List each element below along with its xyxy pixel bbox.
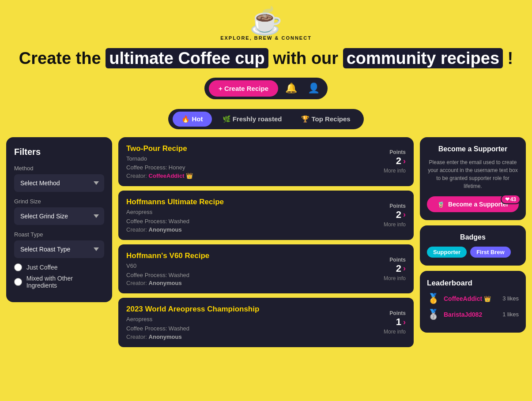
filter-just-coffee-radio[interactable] bbox=[14, 263, 22, 271]
tab-freshly-roasted[interactable]: 🌿 Freshly roasted bbox=[214, 112, 291, 127]
supporter-button-icon: 🧋 bbox=[437, 201, 445, 208]
recipe-0-points-num: 2 bbox=[396, 155, 401, 167]
hero-highlight1: ultimate Coffee cup bbox=[106, 48, 268, 68]
recipe-card-1-left: Hoffmanns Ultimate Recipe Aeropress Coff… bbox=[126, 198, 370, 233]
recipe-3-creator-name: Anonymous bbox=[149, 334, 182, 340]
tab-bar: 🔥 Hot 🌿 Freshly roasted 🏆 Top Recipes bbox=[0, 109, 532, 129]
recipe-0-crown-icon: 👑 bbox=[186, 172, 193, 179]
heart-count: 43 bbox=[510, 196, 516, 202]
right-panel: Become a Supporter Please enter the emai… bbox=[420, 137, 526, 333]
supporter-card: Become a Supporter Please enter the emai… bbox=[420, 137, 526, 220]
hero-highlight2: community recipes bbox=[343, 48, 503, 68]
leaderboard-name-0: CoffeeAddict 👑 bbox=[444, 295, 498, 302]
filter-roast-select[interactable]: Select Roast Type Light Medium Dark Extr… bbox=[14, 240, 104, 258]
recipes-panel: Two-Pour Recipe Tornado Coffee Process: … bbox=[118, 137, 414, 352]
filters-panel: Filters Method Select Method Aeropress V… bbox=[6, 137, 112, 302]
leaderboard-name-1: BaristaJd082 bbox=[444, 311, 498, 318]
main-layout: Filters Method Select Method Aeropress V… bbox=[0, 137, 532, 352]
hero-suffix: ! bbox=[508, 49, 513, 67]
supporter-button-label: Become a Supporter bbox=[448, 201, 509, 208]
heart-icon: ❤ bbox=[505, 196, 509, 202]
leaderboard-likes-1: 1 likes bbox=[502, 311, 519, 318]
recipe-0-creator-name: CoffeeAddict bbox=[149, 172, 185, 179]
recipe-1-arrow-icon: › bbox=[403, 210, 406, 219]
leaderboard-crown-0: 👑 bbox=[484, 296, 491, 302]
recipe-2-points-label: Points bbox=[370, 257, 406, 263]
hero-middle: with our bbox=[273, 49, 338, 67]
recipe-0-method: Tornado bbox=[126, 154, 370, 164]
filter-mixed-item: Mixed with Other Ingredients bbox=[14, 275, 104, 289]
recipe-2-creator-name: Anonymous bbox=[149, 280, 182, 286]
recipe-2-arrow-icon: › bbox=[403, 264, 406, 273]
recipe-3-more-info[interactable]: More info bbox=[370, 329, 406, 335]
recipe-card-2-right: Points 2 › More info bbox=[370, 257, 406, 281]
filter-just-coffee-label: Just Coffee bbox=[26, 264, 58, 271]
recipe-card-3-right: Points 1 › More info bbox=[370, 310, 406, 335]
supporter-button[interactable]: 🧋 Become a Supporter ❤ 43 bbox=[427, 196, 519, 212]
filter-mixed-label: Mixed with Other Ingredients bbox=[26, 275, 104, 289]
recipe-1-creator: Creator: Anonymous bbox=[126, 226, 370, 233]
user-icon: 👤 bbox=[308, 82, 320, 94]
recipe-1-more-info[interactable]: More info bbox=[370, 221, 406, 228]
badges-card: Badges Supporter First Brew bbox=[420, 225, 526, 266]
filter-roast-label: Roast Type bbox=[14, 231, 104, 238]
recipe-2-creator: Creator: Anonymous bbox=[126, 280, 370, 286]
recipe-card-0[interactable]: Two-Pour Recipe Tornado Coffee Process: … bbox=[118, 137, 414, 187]
recipe-card-2[interactable]: Hoffmann's V60 Recipe V60 Coffee Process… bbox=[118, 244, 414, 294]
recipe-3-process: Coffee Process: Washed bbox=[126, 324, 370, 334]
tab-hot[interactable]: 🔥 Hot bbox=[173, 112, 211, 127]
leaderboard-title: Leaderboard bbox=[427, 279, 519, 288]
recipe-card-3[interactable]: 2023 World Areopress Championship Aeropr… bbox=[118, 298, 414, 347]
tab-top-recipes[interactable]: 🏆 Top Recipes bbox=[292, 112, 359, 127]
action-bar: + Create Recipe 🔔 👤 bbox=[0, 78, 532, 99]
recipe-2-more-info[interactable]: More info bbox=[370, 275, 406, 281]
filter-mixed-radio[interactable] bbox=[14, 278, 22, 286]
recipe-1-points: 2 › bbox=[370, 209, 406, 221]
hero-title: Create the ultimate Coffee cup with our … bbox=[0, 49, 532, 69]
recipe-0-points: 2 › bbox=[370, 155, 406, 167]
recipe-0-arrow-icon: › bbox=[403, 157, 406, 166]
filter-grind-label: Grind Size bbox=[14, 198, 104, 205]
leaderboard-item-0: 🥇 CoffeeAddict 👑 3 likes bbox=[427, 293, 519, 304]
recipe-card-2-left: Hoffmann's V60 Recipe V60 Coffee Process… bbox=[126, 251, 370, 287]
recipe-card-3-left: 2023 World Areopress Championship Aeropr… bbox=[126, 305, 370, 340]
recipe-3-title: 2023 World Areopress Championship bbox=[126, 305, 370, 314]
leaderboard-likes-0: 3 likes bbox=[502, 295, 519, 302]
badge-supporter: Supporter bbox=[427, 247, 467, 258]
logo-icon: ☕ bbox=[249, 8, 283, 34]
recipe-2-points: 2 › bbox=[370, 263, 406, 274]
recipe-0-title: Two-Pour Recipe bbox=[126, 144, 370, 153]
logo-subtitle: Explore, Brew & Connect bbox=[220, 35, 312, 41]
recipe-card-1-right: Points 2 › More info bbox=[370, 203, 406, 228]
filter-method-select[interactable]: Select Method Aeropress V60 Espresso Fre… bbox=[14, 174, 104, 192]
recipe-1-points-label: Points bbox=[370, 203, 406, 209]
notification-icon: 🔔 bbox=[285, 82, 297, 94]
action-bar-inner: + Create Recipe 🔔 👤 bbox=[204, 78, 328, 99]
supporter-description: Please enter the email used to create yo… bbox=[427, 158, 519, 190]
hero-prefix: Create the bbox=[19, 49, 101, 67]
recipe-2-points-num: 2 bbox=[396, 263, 401, 274]
notification-button[interactable]: 🔔 bbox=[282, 81, 301, 96]
recipe-1-method: Aeropress bbox=[126, 208, 370, 217]
badges-row: Supporter First Brew bbox=[427, 247, 519, 258]
leaderboard-card: Leaderboard 🥇 CoffeeAddict 👑 3 likes 🥈 B… bbox=[420, 271, 526, 333]
filter-grind-select[interactable]: Select Grind Size Fine Medium-Fine Mediu… bbox=[14, 207, 104, 225]
filters-title: Filters bbox=[14, 147, 104, 157]
recipe-card-0-left: Two-Pour Recipe Tornado Coffee Process: … bbox=[126, 144, 370, 180]
recipe-3-method: Aeropress bbox=[126, 315, 370, 324]
recipe-1-creator-name: Anonymous bbox=[149, 226, 182, 233]
recipe-3-creator: Creator: Anonymous bbox=[126, 334, 370, 340]
recipe-0-more-info[interactable]: More info bbox=[370, 168, 406, 174]
recipe-1-points-num: 2 bbox=[396, 209, 401, 221]
recipe-0-process: Coffee Process: Honey bbox=[126, 163, 370, 172]
recipe-2-title: Hoffmann's V60 Recipe bbox=[126, 251, 370, 260]
user-button[interactable]: 👤 bbox=[304, 81, 323, 96]
recipe-2-process: Coffee Process: Washed bbox=[126, 271, 370, 280]
filter-just-coffee-item: Just Coffee bbox=[14, 263, 104, 271]
recipe-2-method: V60 bbox=[126, 262, 370, 271]
create-recipe-button[interactable]: + Create Recipe bbox=[209, 80, 278, 97]
recipe-3-points: 1 › bbox=[370, 316, 406, 328]
supporter-heart-badge: ❤ 43 bbox=[501, 195, 521, 204]
recipe-card-1[interactable]: Hoffmanns Ultimate Recipe Aeropress Coff… bbox=[118, 191, 414, 240]
supporter-title: Become a Supporter bbox=[427, 145, 519, 153]
